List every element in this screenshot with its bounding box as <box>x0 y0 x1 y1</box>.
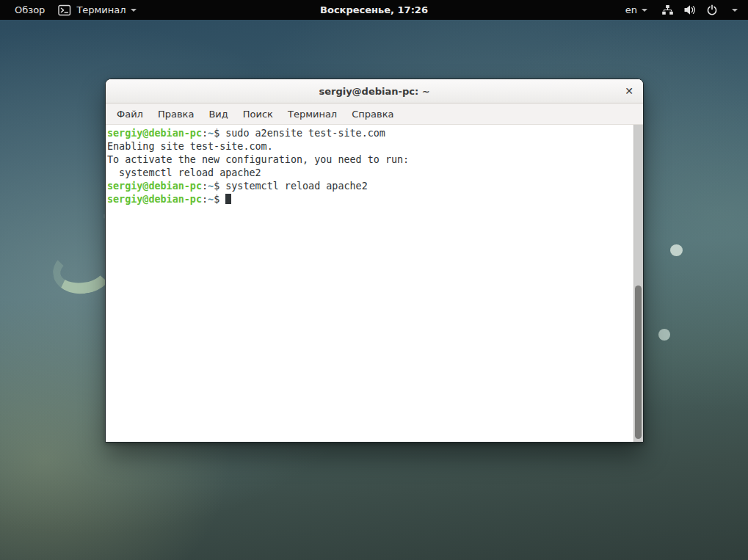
terminal-prompt-line: sergiy@debian-pc:~$ <box>107 193 630 206</box>
terminal-output-line: To activate the new configuration, you n… <box>107 153 630 167</box>
menu-item-terminal[interactable]: Терминал <box>280 103 344 125</box>
clock[interactable]: Воскресенье, 17:26 <box>313 0 435 20</box>
keyboard-layout-label: en <box>625 4 637 15</box>
terminal-output-line: systemctl reload apache2 <box>107 167 630 180</box>
terminal-cursor <box>225 194 231 204</box>
terminal-prompt-line: sergiy@debian-pc:~$ sudo a2ensite test-s… <box>107 127 630 140</box>
terminal-window: sergiy@debian-pc: ~ ✕ Файл Правка Вид По… <box>105 79 644 443</box>
terminal-output-line: Enabling site test-site.com. <box>107 140 630 153</box>
menu-bar: Файл Правка Вид Поиск Терминал Справка <box>106 103 643 125</box>
network-wired-icon <box>661 4 674 15</box>
menu-item-file[interactable]: Файл <box>109 103 150 125</box>
close-button[interactable]: ✕ <box>625 85 633 97</box>
window-titlebar[interactable]: sergiy@debian-pc: ~ ✕ <box>106 79 643 103</box>
app-menu-button[interactable]: Терминал <box>51 0 142 20</box>
keyboard-layout-button[interactable]: en <box>619 0 654 20</box>
menu-item-view[interactable]: Вид <box>201 103 235 125</box>
terminal-prompt-line: sergiy@debian-pc:~$ systemctl reload apa… <box>107 180 630 193</box>
terminal-lines: sergiy@debian-pc:~$ sudo a2ensite test-s… <box>107 127 630 206</box>
menu-item-edit[interactable]: Правка <box>150 103 201 125</box>
app-menu-label: Терминал <box>76 4 126 15</box>
wallpaper-dot <box>658 329 670 341</box>
volume-icon <box>683 4 697 15</box>
system-menu-button[interactable] <box>654 0 741 20</box>
menu-item-help[interactable]: Справка <box>344 103 401 125</box>
top-bar: Обзор Терминал Воскресенье, 17:26 en <box>0 0 748 20</box>
window-title: sergiy@debian-pc: ~ <box>319 86 429 97</box>
menu-item-search[interactable]: Поиск <box>236 103 280 125</box>
scrollbar-thumb[interactable] <box>635 286 642 439</box>
chevron-down-icon <box>732 9 738 12</box>
chevron-down-icon <box>642 9 647 12</box>
activities-button[interactable]: Обзор <box>8 0 51 20</box>
chevron-down-icon <box>131 9 137 12</box>
power-icon <box>706 4 718 16</box>
terminal-content[interactable]: sergiy@debian-pc:~$ sudo a2ensite test-s… <box>106 125 643 442</box>
scrollbar[interactable] <box>633 125 643 442</box>
terminal-icon <box>58 4 71 16</box>
wallpaper-dot <box>670 244 683 256</box>
